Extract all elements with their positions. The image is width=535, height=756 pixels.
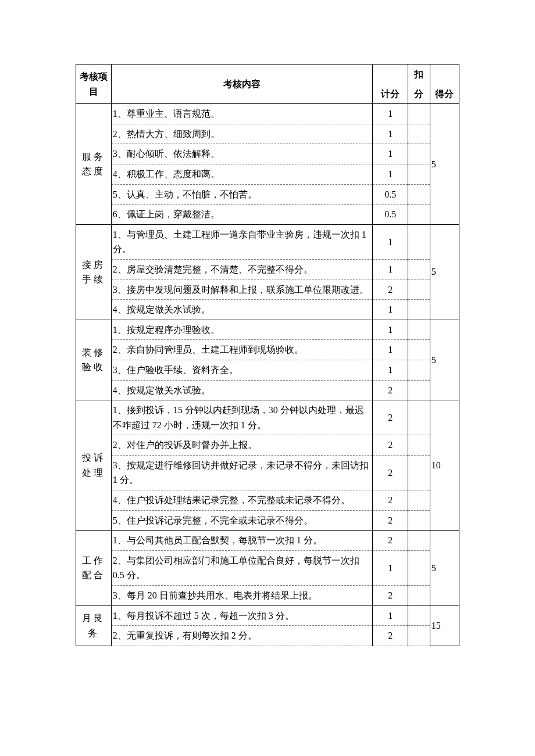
row-score: 1 bbox=[373, 320, 408, 340]
table-row: 投诉处理1、接到投诉，15 分钟以内赶到现场，30 分钟以内处理，最迟不咋超过 … bbox=[76, 400, 459, 435]
table-row: 3、按规定进行维修回访并做好记录，未记录不得分，未回访扣 1 分。2 bbox=[76, 455, 459, 490]
group-name: 装修验收 bbox=[76, 320, 112, 400]
group-total: 10 bbox=[430, 400, 459, 531]
row-deduct bbox=[408, 490, 430, 511]
row-content: 4、住户投诉处理结果记录完整，不完整或未记录不得分。 bbox=[111, 490, 373, 511]
row-deduct bbox=[408, 626, 430, 646]
row-content: 5、住户投诉记录完整，不完全或未记录不得分。 bbox=[111, 510, 373, 531]
row-content: 1、与管理员、土建工程师一道亲自带业主验房，违规一次扣 1 分。 bbox=[111, 224, 373, 259]
table-row: 2、亲自协同管理员、土建工程师到现场验收。1 bbox=[76, 340, 459, 360]
row-deduct bbox=[408, 300, 430, 320]
row-content: 3、耐心倾听、依法解释。 bbox=[111, 144, 373, 164]
table-row: 4、按规定做关水试验。2 bbox=[76, 380, 459, 400]
row-deduct bbox=[408, 531, 430, 551]
row-score: 1 bbox=[373, 104, 408, 124]
table-row: 5、住户投诉记录完整，不完全或未记录不得分。2 bbox=[76, 510, 459, 531]
row-content: 3、接房中发现问题及时解释和上报，联系施工单位限期改进。 bbox=[111, 280, 373, 300]
header-content: 考核内容 bbox=[111, 65, 373, 104]
group-total: 5 bbox=[430, 320, 459, 400]
row-score: 2 bbox=[373, 435, 408, 456]
row-deduct bbox=[408, 550, 430, 585]
row-content: 4、按规定做关水试验。 bbox=[111, 380, 373, 400]
header-score: 计分 bbox=[373, 84, 408, 104]
row-score: 2 bbox=[373, 380, 408, 400]
table-row: 5、认真、主动，不怕脏，不怕苦。0.5 bbox=[76, 184, 459, 205]
group-total: 15 bbox=[430, 605, 459, 646]
table-body: 服务态度1、尊重业主、语言规范。152、热情大方、细致周到。13、耐心倾听、依法… bbox=[76, 104, 459, 646]
row-content: 5、认真、主动，不怕脏，不怕苦。 bbox=[111, 184, 373, 205]
row-content: 2、对住户的投诉及时督办并上报。 bbox=[111, 435, 373, 456]
table-row: 接房手续1、与管理员、土建工程师一道亲自带业主验房，违规一次扣 1 分。15 bbox=[76, 224, 459, 259]
group-name: 服务态度 bbox=[76, 104, 112, 225]
row-score: 1 bbox=[373, 164, 408, 184]
table-row: 3、住户验收手续、资料齐全。1 bbox=[76, 360, 459, 380]
row-score: 1 bbox=[373, 259, 408, 280]
table-row: 6、佩证上岗，穿戴整洁。0.5 bbox=[76, 205, 459, 225]
row-content: 1、接到投诉，15 分钟以内赶到现场，30 分钟以内处理，最迟不咋超过 72 小… bbox=[111, 400, 373, 435]
row-content: 2、亲自协同管理员、土建工程师到现场验收。 bbox=[111, 340, 373, 360]
row-content: 2、热情大方、细致周到。 bbox=[111, 124, 373, 144]
group-name: 投诉处理 bbox=[76, 400, 112, 531]
row-content: 1、每月投诉不超过 5 次，每超一次扣 3 分。 bbox=[111, 605, 373, 626]
row-score: 2 bbox=[373, 490, 408, 511]
row-score: 1 bbox=[373, 300, 408, 320]
group-name: 接房手续 bbox=[76, 224, 112, 320]
row-deduct bbox=[408, 280, 430, 300]
header-deduct-bot: 分 bbox=[408, 84, 430, 104]
table-row: 装修验收1、按规定程序办理验收。15 bbox=[76, 320, 459, 340]
row-deduct bbox=[408, 104, 430, 124]
row-content: 4、按规定做关水试验。 bbox=[111, 300, 373, 320]
row-content: 1、按规定程序办理验收。 bbox=[111, 320, 373, 340]
table-row: 2、与集团公司相应部门和施工单位配合良好，每脱节一次扣 0.5 分。1 bbox=[76, 550, 459, 585]
group-total: 5 bbox=[430, 224, 459, 320]
row-deduct bbox=[408, 164, 430, 184]
table-row: 服务态度1、尊重业主、语言规范。15 bbox=[76, 104, 459, 124]
header-deduct-top: 扣 bbox=[408, 65, 430, 84]
row-content: 3、按规定进行维修回访并做好记录，未记录不得分，未回访扣 1 分。 bbox=[111, 455, 373, 490]
table-row: 4、按规定做关水试验。1 bbox=[76, 300, 459, 320]
row-content: 6、佩证上岗，穿戴整洁。 bbox=[111, 205, 373, 225]
row-deduct bbox=[408, 400, 430, 435]
row-deduct bbox=[408, 380, 430, 400]
table-row: 3、接房中发现问题及时解释和上报，联系施工单位限期改进。2 bbox=[76, 280, 459, 300]
row-deduct bbox=[408, 510, 430, 531]
row-deduct bbox=[408, 340, 430, 360]
row-deduct bbox=[408, 205, 430, 225]
row-score: 2 bbox=[373, 510, 408, 531]
row-deduct bbox=[408, 455, 430, 490]
table-row: 2、热情大方、细致周到。1 bbox=[76, 124, 459, 144]
row-score: 1 bbox=[373, 144, 408, 164]
table-row: 4、积极工作、态度和蔼。1 bbox=[76, 164, 459, 184]
table-row: 2、对住户的投诉及时督办并上报。2 bbox=[76, 435, 459, 456]
row-score: 1 bbox=[373, 605, 408, 626]
row-score: 2 bbox=[373, 531, 408, 551]
group-name: 工作配合 bbox=[76, 531, 112, 605]
group-name: 月艮务 bbox=[76, 605, 112, 646]
row-deduct bbox=[408, 435, 430, 456]
row-score: 1 bbox=[373, 340, 408, 360]
header-total: 得分 bbox=[430, 84, 459, 104]
row-deduct bbox=[408, 259, 430, 280]
row-score: 2 bbox=[373, 626, 408, 646]
row-score: 0.5 bbox=[373, 205, 408, 225]
table-row: 2、房屋交验清楚完整，不清楚、不完整不得分。1 bbox=[76, 259, 459, 280]
row-score: 1 bbox=[373, 124, 408, 144]
row-content: 3、住户验收手续、资料齐全。 bbox=[111, 360, 373, 380]
row-deduct bbox=[408, 144, 430, 164]
table-row: 3、耐心倾听、依法解释。1 bbox=[76, 144, 459, 164]
row-content: 2、房屋交验清楚完整，不清楚、不完整不得分。 bbox=[111, 259, 373, 280]
row-content: 1、与公司其他员工配合默契，每脱节一次扣 1 分。 bbox=[111, 531, 373, 551]
row-content: 1、尊重业主、语言规范。 bbox=[111, 104, 373, 124]
group-total: 5 bbox=[430, 531, 459, 605]
row-deduct bbox=[408, 605, 430, 626]
row-score: 2 bbox=[373, 400, 408, 435]
row-content: 3、每月 20 日前查抄共用水、电表并将结果上报。 bbox=[111, 586, 373, 606]
row-deduct bbox=[408, 360, 430, 380]
row-deduct bbox=[408, 124, 430, 144]
table-row: 工作配合1、与公司其他员工配合默契，每脱节一次扣 1 分。25 bbox=[76, 531, 459, 551]
row-score: 1 bbox=[373, 224, 408, 259]
group-total: 5 bbox=[430, 104, 459, 225]
row-deduct bbox=[408, 586, 430, 606]
row-score: 2 bbox=[373, 280, 408, 300]
row-score: 2 bbox=[373, 586, 408, 606]
